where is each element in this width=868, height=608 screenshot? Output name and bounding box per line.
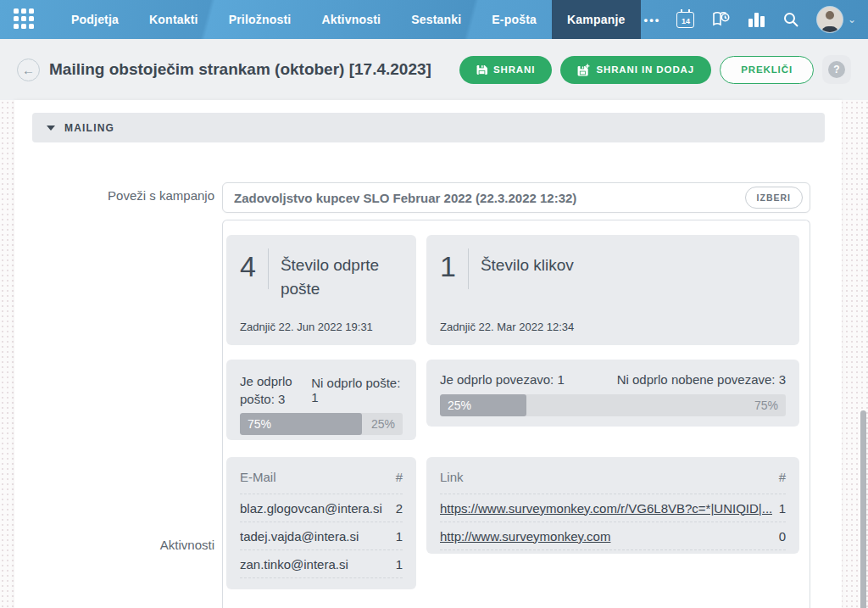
- opens-last-time: Zadnjič 22. Jun 2022 19:31: [240, 321, 373, 333]
- campaign-stats-panel: 4 Število odprte pošte Zadnjič 22. Jun 2…: [222, 220, 810, 608]
- table-row: https://www.surveymonkey.com/r/VG6L8VB?c…: [440, 494, 786, 522]
- campaign-select-field[interactable]: Zadovoljstvo kupcev SLO Februar 2022 (22…: [222, 182, 810, 213]
- click-rate-fill: 25%: [440, 394, 526, 416]
- section-mailing-header[interactable]: MAILING: [32, 113, 825, 142]
- cell: E-Mail: [240, 470, 389, 484]
- nav-tab-e-po-ta[interactable]: E-pošta: [476, 0, 552, 39]
- table-row: http://www.surveymonkey.com0: [440, 522, 786, 550]
- not-opened-mail-label: Ni odprlo pošte: 1: [311, 376, 403, 404]
- click-rate-rest: 75%: [754, 394, 778, 416]
- clicks-label: Število klikov: [481, 247, 574, 277]
- avatar: [817, 7, 843, 32]
- activities-field-label: Aktivnosti: [14, 538, 214, 552]
- page-background: MAILING Poveži s kampanjo Zadovoljstvo k…: [0, 100, 868, 608]
- clicks-last-time: Zadnjič 22. Mar 2022 12:34: [440, 321, 574, 333]
- table-header-row: E-Mail#: [240, 460, 403, 494]
- count-cell: 1: [396, 557, 403, 572]
- help-button[interactable]: ?: [822, 55, 851, 84]
- calendar-day: 14: [682, 16, 690, 27]
- reports-bar-chart-icon[interactable]: [748, 12, 765, 27]
- collapse-triangle-icon: [47, 126, 55, 131]
- nav-tab-sestanki[interactable]: Sestanki: [396, 0, 476, 39]
- calendar-icon[interactable]: 14: [676, 12, 694, 28]
- count-cell: 2: [396, 501, 403, 516]
- page-title: Mailing obstoječim strankam (oktober) [1…: [49, 60, 431, 79]
- count-cell: 1: [779, 501, 786, 516]
- save-and-add-button[interactable]: SHRANI IN DODAJ: [560, 56, 711, 84]
- count-cell: 1: [396, 529, 403, 544]
- nav-tab-kampanje[interactable]: Kampanje: [552, 0, 641, 39]
- more-menu-icon[interactable]: •••: [644, 14, 661, 26]
- user-menu[interactable]: ⌄: [817, 7, 856, 32]
- open-rate-rest: 25%: [371, 413, 395, 435]
- count-cell: #: [779, 470, 786, 484]
- count-cell: 0: [779, 529, 786, 544]
- activity-history-icon[interactable]: [712, 11, 731, 28]
- link-table: Link#https://www.surveymonkey.com/r/VG6L…: [426, 457, 799, 554]
- count-cell: #: [396, 470, 403, 484]
- clicks-count: 1: [440, 247, 456, 286]
- opened-link-label: Je odprlo povezavo: 1: [440, 372, 565, 387]
- stat-card-opens: 4 Število odprte pošte Zadnjič 22. Jun 2…: [226, 235, 416, 345]
- stat-card-clicks: 1 Število klikov Zadnjič 22. Mar 2022 12…: [426, 235, 799, 345]
- link-cell[interactable]: https://www.surveymonkey.com/r/VG6L8VB?c…: [440, 501, 772, 516]
- nav-tab-aktivnosti[interactable]: Aktivnosti: [306, 0, 396, 39]
- cell: tadej.vajda@intera.si: [240, 529, 389, 544]
- section-title: MAILING: [64, 122, 114, 134]
- link-cell[interactable]: http://www.surveymonkey.com: [440, 529, 772, 544]
- divider: [268, 248, 269, 289]
- table-header-row: Link#: [440, 460, 786, 494]
- campaign-field-value: Zadovoljstvo kupcev SLO Februar 2022 (22…: [234, 191, 745, 205]
- choose-campaign-button[interactable]: IZBERI: [745, 187, 803, 209]
- page-header: ← Mailing obstoječim strankam (oktober) …: [0, 39, 868, 100]
- open-rate-fill: 75%: [240, 413, 362, 435]
- cell: Link: [440, 470, 772, 484]
- email-table: E-Mail#blaz.glogovcan@intera.si2tadej.va…: [226, 457, 416, 589]
- app-grid-icon[interactable]: [14, 8, 36, 31]
- search-icon[interactable]: [782, 11, 799, 28]
- cell: zan.tinko@intera.si: [240, 557, 389, 572]
- open-rate-card: Je odprlo pošto: 3 Ni odprlo pošte: 1 75…: [226, 360, 416, 440]
- main-content-card: MAILING Poveži s kampanjo Zadovoljstvo k…: [14, 100, 842, 608]
- opens-count: 4: [240, 247, 256, 286]
- app-window: PodjetjaKontaktiPriložnostiAktivnostiSes…: [0, 0, 868, 608]
- vertical-scrollbar-thumb[interactable]: [860, 410, 866, 608]
- opens-label: Število odprte pošte: [281, 247, 408, 301]
- table-row: zan.tinko@intera.si1: [240, 550, 403, 578]
- divider: [468, 248, 469, 289]
- nav-tabs: PodjetjaKontaktiPriložnostiAktivnostiSes…: [56, 0, 641, 39]
- click-rate-card: Je odprlo povezavo: 1 Ni odprlo nobene p…: [426, 360, 799, 427]
- save-plus-icon: [577, 64, 590, 76]
- campaign-field-label: Poveži s kampanjo: [14, 188, 214, 203]
- nav-tab-kontakti[interactable]: Kontakti: [134, 0, 214, 39]
- nav-tab-prilo-nosti[interactable]: Priložnosti: [214, 0, 307, 39]
- top-navbar: PodjetjaKontaktiPriložnostiAktivnostiSes…: [0, 0, 868, 39]
- open-rate-bar: 75% 25%: [240, 413, 403, 435]
- back-button[interactable]: ←: [17, 59, 40, 81]
- cell: blaz.glogovcan@intera.si: [240, 501, 389, 516]
- cancel-button[interactable]: PREKLIČI: [720, 56, 814, 84]
- table-row: tadej.vajda@intera.si1: [240, 522, 403, 550]
- table-row: blaz.glogovcan@intera.si2: [240, 494, 403, 522]
- opened-mail-label: Je odprlo pošto: 3: [240, 372, 311, 408]
- save-icon: [476, 64, 487, 75]
- nav-tab-podjetja[interactable]: Podjetja: [56, 0, 134, 39]
- not-opened-link-label: Ni odprlo nobene povezave: 3: [617, 372, 786, 387]
- question-icon: ?: [828, 61, 845, 78]
- click-rate-bar: 25% 75%: [440, 394, 786, 416]
- save-button[interactable]: SHRANI: [459, 56, 553, 84]
- chevron-down-icon: ⌄: [848, 14, 856, 25]
